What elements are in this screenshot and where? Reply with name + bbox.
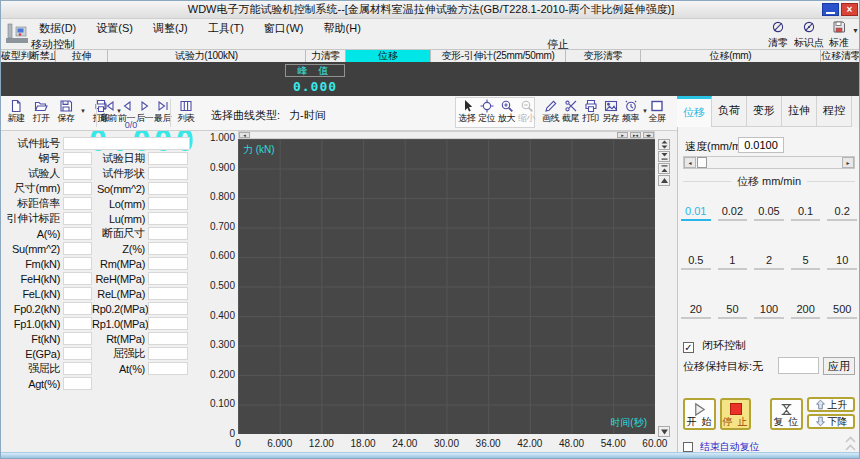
save-as-button[interactable]: 另存 bbox=[601, 99, 620, 123]
form-input[interactable] bbox=[63, 167, 92, 180]
form-input[interactable] bbox=[63, 332, 92, 345]
form-input[interactable] bbox=[63, 197, 92, 210]
header-more-caret-icon[interactable]: ▼ bbox=[852, 27, 859, 34]
scroll-up-button[interactable] bbox=[658, 175, 670, 186]
form-input[interactable] bbox=[148, 332, 188, 345]
apply-button[interactable]: 应用 bbox=[823, 357, 855, 375]
slider-left-icon[interactable]: ◂ bbox=[684, 157, 696, 168]
specimen-batch-input[interactable] bbox=[63, 137, 190, 150]
last-record-button[interactable]: 最后 bbox=[154, 99, 171, 123]
form-input[interactable] bbox=[63, 212, 92, 225]
tab-load[interactable]: 负荷 bbox=[712, 96, 747, 127]
save-dropdown-caret-icon[interactable]: ▼ bbox=[80, 108, 86, 114]
preset-button[interactable]: 5 bbox=[791, 254, 821, 270]
speed-input[interactable] bbox=[738, 137, 784, 153]
scroll-down-button[interactable] bbox=[658, 426, 670, 437]
preset-button[interactable]: 100 bbox=[754, 303, 784, 319]
fullscreen-button[interactable]: 全屏 bbox=[645, 99, 669, 123]
form-input[interactable] bbox=[148, 182, 188, 195]
preset-button[interactable]: 0.05 bbox=[754, 205, 784, 221]
preset-button[interactable]: 0.2 bbox=[827, 205, 857, 221]
expand-y-button[interactable] bbox=[658, 139, 670, 150]
tab-deform[interactable]: 变形 bbox=[747, 96, 782, 127]
hold-target-input[interactable] bbox=[778, 357, 819, 374]
scroll-down-limit-button[interactable] bbox=[658, 151, 670, 162]
form-input[interactable] bbox=[63, 377, 92, 390]
form-input[interactable] bbox=[148, 302, 188, 315]
curve-type-value[interactable]: 力-时间 bbox=[289, 108, 326, 123]
tab-tension[interactable]: 拉伸 bbox=[782, 96, 817, 127]
print-chart-button[interactable]: 打印 bbox=[581, 99, 600, 123]
preset-button[interactable]: 1 bbox=[718, 254, 748, 270]
form-input[interactable] bbox=[148, 287, 188, 300]
form-input[interactable] bbox=[63, 272, 92, 285]
stop-button[interactable]: 停 止 bbox=[720, 398, 751, 430]
minimize-button[interactable] bbox=[822, 3, 839, 16]
form-input[interactable] bbox=[148, 362, 188, 375]
form-input[interactable] bbox=[148, 272, 188, 285]
up-button[interactable]: 上升 bbox=[807, 397, 855, 412]
form-input[interactable] bbox=[148, 227, 188, 240]
zoom-in-button[interactable]: 放大 bbox=[497, 99, 516, 123]
chart-plot-area[interactable]: 力 (kN) 时间(秒) bbox=[238, 139, 655, 434]
preset-button[interactable]: 0.5 bbox=[681, 254, 711, 270]
menu-adjust[interactable]: 调整(J) bbox=[145, 20, 196, 36]
form-input[interactable] bbox=[148, 212, 188, 225]
auto-reset-checkbox[interactable] bbox=[683, 442, 693, 452]
preset-button[interactable]: 20 bbox=[681, 303, 711, 319]
menu-help[interactable]: 帮助(H) bbox=[316, 20, 369, 36]
form-input[interactable] bbox=[63, 227, 92, 240]
form-input[interactable] bbox=[148, 167, 188, 180]
preset-button[interactable]: 50 bbox=[718, 303, 748, 319]
preset-button[interactable]: 2 bbox=[754, 254, 784, 270]
preset-button[interactable]: 0.1 bbox=[791, 205, 821, 221]
preset-button[interactable]: 0.02 bbox=[718, 205, 748, 221]
form-input[interactable] bbox=[148, 242, 188, 255]
menu-window[interactable]: 窗口(W) bbox=[256, 20, 312, 36]
menu-data[interactable]: 数据(D) bbox=[31, 20, 84, 36]
preset-button[interactable]: 500 bbox=[827, 303, 857, 319]
open-button[interactable]: 打开 bbox=[29, 99, 53, 123]
scroll-left-icon[interactable]: ◂ bbox=[239, 132, 250, 138]
mark-point-button[interactable]: 标识点 bbox=[793, 20, 825, 50]
preset-button[interactable]: 10 bbox=[827, 254, 857, 270]
new-button[interactable]: 新建 bbox=[4, 99, 28, 123]
compress-x-icon[interactable]: ▸◂ bbox=[630, 132, 641, 138]
form-input[interactable] bbox=[63, 242, 92, 255]
tab-program[interactable]: 程控 bbox=[817, 96, 852, 127]
speed-slider[interactable]: ◂ ▸ bbox=[683, 156, 855, 169]
form-input[interactable] bbox=[63, 317, 92, 330]
locate-tool-button[interactable]: 定位 bbox=[477, 99, 496, 123]
slider-thumb[interactable] bbox=[697, 157, 707, 168]
closed-loop-checkbox[interactable]: ✓ bbox=[683, 342, 694, 353]
scroll-up-limit-button[interactable] bbox=[658, 163, 670, 174]
form-input[interactable] bbox=[148, 197, 188, 210]
form-input[interactable] bbox=[63, 302, 92, 315]
start-button[interactable]: 开 始 bbox=[683, 398, 716, 430]
tab-displacement[interactable]: 位移 bbox=[677, 96, 712, 127]
close-button[interactable]: × bbox=[841, 3, 858, 16]
list-button[interactable]: 列表 bbox=[174, 99, 198, 123]
panel-collapse-handle-icon[interactable] bbox=[844, 436, 857, 452]
form-input[interactable] bbox=[63, 347, 92, 360]
down-button[interactable]: 下降 bbox=[807, 414, 855, 429]
form-input[interactable] bbox=[148, 317, 188, 330]
chart-v-scrollbar[interactable] bbox=[658, 139, 671, 438]
form-input[interactable] bbox=[148, 257, 188, 270]
frequency-button[interactable]: 频率 bbox=[621, 99, 640, 123]
form-input[interactable] bbox=[63, 257, 92, 270]
scroll-right-icon[interactable]: ▸ bbox=[617, 132, 628, 138]
preset-button[interactable]: 200 bbox=[791, 303, 821, 319]
chart-h-scrollbar[interactable]: ◂ ▸ ▸◂ ◂▸ bbox=[238, 131, 655, 139]
reset-button[interactable]: 复 位 bbox=[770, 398, 803, 430]
form-input[interactable] bbox=[148, 347, 188, 360]
select-tool-button[interactable]: 选择 bbox=[457, 99, 476, 123]
standard-button[interactable]: 标准 bbox=[825, 20, 853, 50]
form-input[interactable] bbox=[63, 287, 92, 300]
form-input[interactable] bbox=[63, 182, 92, 195]
form-input[interactable] bbox=[63, 362, 92, 375]
menu-tools[interactable]: 工具(T) bbox=[200, 20, 252, 36]
clear-button[interactable]: 清零 bbox=[763, 20, 793, 50]
menu-settings[interactable]: 设置(S) bbox=[88, 20, 141, 36]
save-button[interactable]: 保存 bbox=[54, 99, 78, 123]
